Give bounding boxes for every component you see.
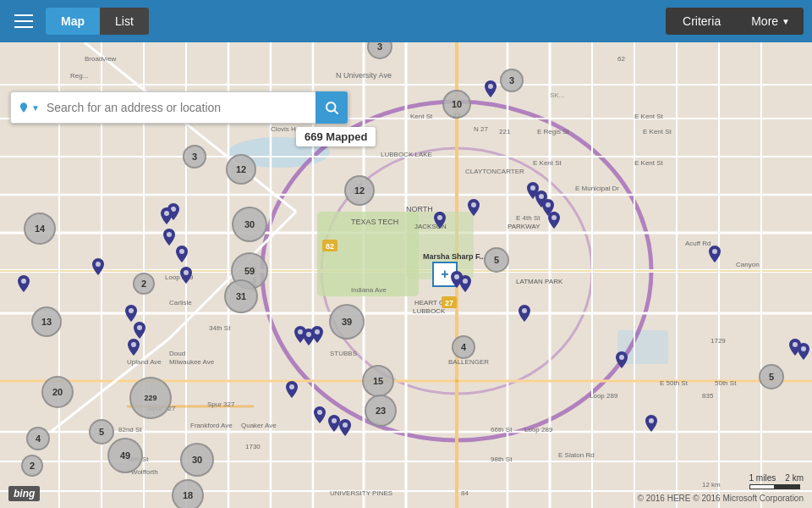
location-pin[interactable] — [18, 275, 30, 292]
svg-point-141 — [21, 279, 26, 284]
svg-point-134 — [463, 279, 468, 284]
svg-point-129 — [551, 215, 557, 220]
location-pin[interactable] — [645, 415, 657, 432]
svg-point-138 — [712, 249, 717, 254]
location-pin[interactable] — [459, 275, 471, 292]
location-pin[interactable] — [339, 419, 351, 436]
scale-miles: 1 miles — [749, 473, 776, 483]
more-label: More — [751, 14, 778, 28]
location-pin[interactable] — [128, 339, 140, 356]
svg-point-114 — [184, 270, 189, 275]
cluster-marker[interactable]: 31 — [224, 279, 258, 313]
more-button[interactable]: More ▼ — [738, 8, 804, 35]
cluster-marker[interactable]: 15 — [362, 365, 394, 397]
cluster-marker[interactable]: 20 — [41, 376, 74, 408]
svg-text:Reg...: Reg... — [70, 72, 88, 80]
svg-point-121 — [315, 329, 320, 334]
list-tab-button[interactable]: List — [100, 8, 149, 35]
scale-bar: 1 miles 2 km — [749, 473, 804, 491]
location-pin[interactable] — [134, 322, 145, 339]
scale-segment-black — [775, 484, 800, 489]
cluster-marker[interactable]: 12 — [344, 175, 375, 206]
svg-text:82nd St: 82nd St — [118, 426, 142, 433]
cluster-marker[interactable]: 5 — [484, 247, 509, 273]
cluster-marker[interactable]: 4 — [26, 427, 50, 450]
location-pin[interactable] — [468, 199, 480, 216]
cluster-marker[interactable]: 14 — [24, 213, 56, 245]
cluster-marker[interactable]: 2 — [133, 273, 155, 295]
location-pin[interactable] — [518, 305, 530, 322]
hamburger-line — [14, 20, 33, 22]
svg-point-118 — [131, 342, 136, 347]
hamburger-button[interactable] — [8, 6, 39, 36]
cluster-marker[interactable]: 30 — [232, 207, 267, 242]
svg-point-137 — [649, 418, 654, 423]
cluster-marker[interactable]: 2 — [21, 455, 43, 477]
svg-text:Indiana Ave: Indiana Ave — [351, 286, 387, 294]
cluster-marker[interactable]: 5 — [759, 364, 784, 389]
svg-text:TEXAS TECH: TEXAS TECH — [351, 218, 398, 226]
cluster-marker[interactable]: 4 — [452, 335, 475, 359]
svg-text:E Regis St: E Regis St — [537, 128, 570, 135]
location-pin[interactable] — [180, 267, 192, 284]
cluster-marker[interactable]: 18 — [172, 479, 204, 508]
svg-text:PARKWAY: PARKWAY — [508, 223, 540, 230]
svg-text:SK...: SK... — [550, 91, 564, 99]
cluster-marker[interactable]: 49 — [107, 438, 143, 473]
location-pin[interactable] — [434, 212, 446, 229]
location-pin[interactable] — [314, 406, 326, 423]
svg-point-113 — [179, 249, 184, 254]
location-pin[interactable] — [485, 80, 497, 97]
cluster-marker[interactable]: 3 — [500, 69, 524, 92]
location-pin[interactable] — [709, 246, 721, 262]
svg-text:12 km: 12 km — [702, 481, 721, 489]
criteria-button[interactable]: Criteria — [666, 8, 738, 35]
svg-text:50th St: 50th St — [715, 379, 737, 387]
cluster-marker[interactable]: 12 — [226, 154, 256, 185]
location-pin[interactable] — [163, 229, 175, 246]
location-pin[interactable] — [311, 326, 323, 343]
mapped-count-badge: 669 Mapped — [296, 127, 376, 146]
cluster-marker[interactable]: 229 — [129, 377, 172, 419]
map-tab-button[interactable]: Map — [46, 8, 100, 35]
chevron-down-icon: ▼ — [782, 17, 790, 26]
svg-point-135 — [488, 84, 493, 89]
location-pin[interactable] — [616, 351, 628, 368]
location-pin[interactable] — [161, 207, 173, 224]
svg-text:LUBBOCK LAKE: LUBBOCK LAKE — [381, 151, 432, 158]
svg-text:Doud: Doud — [169, 350, 185, 357]
cluster-marker[interactable]: 39 — [329, 304, 365, 340]
svg-text:221: 221 — [499, 128, 511, 135]
location-pin[interactable] — [176, 246, 188, 262]
location-pin[interactable] — [286, 381, 298, 398]
svg-text:LATMAN PARK: LATMAN PARK — [516, 278, 563, 285]
location-pin[interactable] — [92, 258, 104, 275]
svg-text:Spur 327: Spur 327 — [207, 400, 235, 408]
svg-text:34th St: 34th St — [209, 324, 231, 332]
cluster-marker[interactable]: 30 — [180, 443, 214, 477]
svg-text:62: 62 — [617, 55, 625, 63]
svg-point-125 — [343, 422, 348, 428]
svg-text:Milwaukee Ave: Milwaukee Ave — [169, 358, 215, 366]
svg-text:Loop 289: Loop 289 — [524, 426, 553, 433]
svg-text:Frankford Ave: Frankford Ave — [190, 422, 233, 429]
location-pin[interactable] — [328, 415, 340, 432]
cluster-marker[interactable]: 5 — [89, 419, 114, 444]
svg-text:N University Ave: N University Ave — [336, 71, 392, 80]
search-button[interactable] — [315, 91, 348, 124]
svg-point-140 — [801, 346, 806, 351]
search-input[interactable] — [47, 101, 315, 114]
svg-point-111 — [164, 211, 169, 216]
location-pin[interactable] — [125, 305, 137, 322]
location-pin[interactable] — [548, 212, 560, 229]
cluster-marker[interactable]: 10 — [442, 90, 471, 119]
cluster-marker[interactable]: 13 — [31, 306, 62, 337]
location-pin[interactable] — [798, 343, 809, 360]
map-container[interactable]: N University Ave 27 SK... Loop 289 Clovi… — [0, 42, 812, 508]
cluster-marker[interactable]: 3 — [183, 145, 206, 168]
svg-text:Loop 289: Loop 289 — [590, 392, 618, 400]
svg-text:Marsha Sharp F...: Marsha Sharp F... — [423, 252, 486, 261]
cluster-marker[interactable]: 23 — [365, 395, 397, 427]
svg-text:E Kent St: E Kent St — [643, 128, 672, 135]
svg-text:84: 84 — [461, 489, 469, 497]
